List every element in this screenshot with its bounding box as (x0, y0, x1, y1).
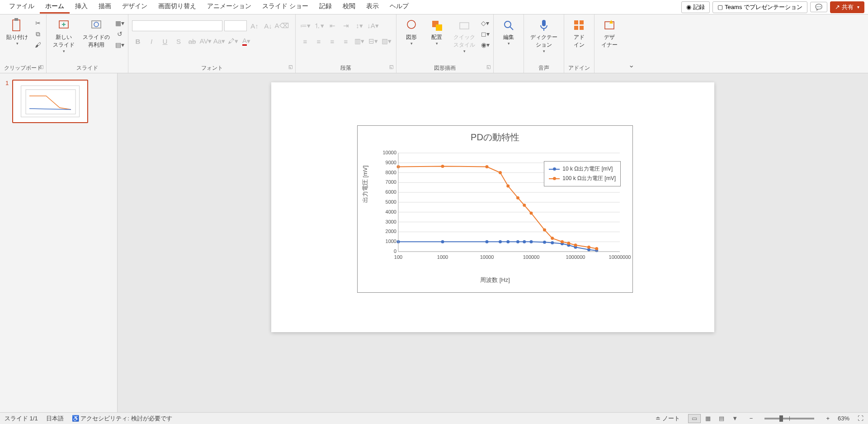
numbering-icon[interactable]: ⒈▾ (313, 20, 325, 32)
section-icon[interactable]: ▤▾ (115, 41, 124, 49)
reading-view-icon[interactable]: ▤ (715, 414, 728, 423)
drawing-dialog-icon[interactable]: ◱ (486, 64, 491, 69)
svg-line-12 (510, 27, 513, 30)
share-button[interactable]: ↗共有▾ (830, 1, 864, 13)
language-indicator[interactable]: 日本語 (46, 414, 64, 423)
format-painter-icon[interactable]: 🖌 (33, 41, 42, 49)
paragraph-dialog-icon[interactable]: ◱ (389, 64, 393, 69)
columns-icon[interactable]: ▥▾ (354, 35, 365, 47)
menu-tab-10[interactable]: 表示 (361, 0, 384, 14)
align-center-icon[interactable]: ≡ (313, 35, 325, 47)
bullets-icon[interactable]: ≔▾ (299, 20, 311, 32)
notes-button[interactable]: ≐ ノート (656, 414, 680, 423)
justify-icon[interactable]: ≡ (340, 35, 352, 47)
comments-button[interactable]: 💬 (810, 2, 827, 12)
arrange-button[interactable]: 配置▾ (425, 16, 448, 48)
svg-point-40 (543, 241, 546, 244)
menu-tab-5[interactable]: 画面切り替え (153, 0, 202, 14)
line-spacing-icon[interactable]: ↕▾ (354, 20, 365, 32)
svg-point-39 (530, 240, 533, 243)
zoom-in-button[interactable]: + (826, 415, 830, 422)
strike-button[interactable]: ab (186, 35, 198, 47)
quick-styles-button[interactable]: クイック スタイル▾ (451, 16, 478, 55)
dictate-button[interactable]: ディクテー ション▾ (528, 16, 560, 55)
highlight-button[interactable]: 🖍▾ (227, 35, 239, 47)
teams-present-button[interactable]: ▢Teams でプレゼンテーション (712, 1, 807, 13)
case-button[interactable]: Aa▾ (213, 35, 225, 47)
designer-button[interactable]: デザ イナー (598, 16, 621, 51)
new-slide-button[interactable]: 新しい スライド▾ (50, 16, 77, 55)
text-direction-icon[interactable]: ↓A▾ (367, 20, 379, 32)
shadow-button[interactable]: S (173, 35, 184, 47)
zoom-out-button[interactable]: − (750, 415, 753, 422)
shape-outline-icon[interactable]: ◻▾ (481, 30, 490, 38)
ribbon-collapse-icon[interactable]: ⌄ (624, 14, 638, 73)
indent-inc-icon[interactable]: ⇥ (340, 20, 352, 32)
slide-canvas-area[interactable]: PDの動特性 出力電圧 [mV] 10000900080007000600050… (118, 73, 868, 412)
bold-button[interactable]: B (132, 35, 144, 47)
copy-icon[interactable]: ⧉ (33, 30, 42, 38)
svg-point-48 (441, 165, 444, 168)
underline-button[interactable]: U (159, 35, 171, 47)
menu-tab-1[interactable]: ホーム (40, 0, 70, 14)
svg-point-38 (523, 240, 526, 243)
svg-point-33 (441, 240, 444, 243)
slideshow-view-icon[interactable]: ▼ (729, 414, 741, 423)
menu-tab-0[interactable]: ファイル (4, 0, 40, 14)
menu-tab-2[interactable]: 挿入 (70, 0, 93, 14)
menu-tab-11[interactable]: ヘルプ (384, 0, 414, 14)
menu-tab-8[interactable]: 記録 (314, 0, 337, 14)
italic-button[interactable]: I (146, 35, 157, 47)
decrease-font-icon[interactable]: A↓ (262, 20, 274, 32)
zoom-slider[interactable] (764, 418, 814, 419)
spacing-button[interactable]: AV▾ (200, 35, 212, 47)
svg-point-49 (486, 165, 489, 168)
sorter-view-icon[interactable]: ▦ (702, 414, 714, 423)
normal-view-icon[interactable]: ▭ (688, 414, 701, 423)
indent-dec-icon[interactable]: ⇤ (326, 20, 338, 32)
record-button[interactable]: ◉記録 (681, 1, 710, 13)
font-dialog-icon[interactable]: ◱ (288, 64, 292, 69)
shape-effects-icon[interactable]: ◉▾ (481, 41, 490, 49)
reset-icon[interactable]: ↺ (115, 30, 124, 38)
paste-button[interactable]: 貼り付け▾ (4, 16, 31, 48)
accessibility-checker[interactable]: ♿ アクセシビリティ: 検討が必要です (72, 414, 172, 423)
slide-thumbnail-1[interactable] (12, 80, 88, 123)
increase-font-icon[interactable]: A↑ (249, 20, 260, 32)
layout-icon[interactable]: ▦▾ (115, 19, 124, 27)
svg-point-54 (530, 211, 533, 214)
shape-fill-icon[interactable]: ◇▾ (481, 19, 490, 27)
addin-button[interactable]: アド イン (568, 16, 590, 51)
slide[interactable]: PDの動特性 出力電圧 [mV] 10000900080007000600050… (271, 82, 714, 332)
smartart-icon[interactable]: ▧▾ (381, 35, 392, 47)
menu-tab-7[interactable]: スライド ショー (257, 0, 314, 14)
slide-counter[interactable]: スライド 1/1 (5, 414, 38, 423)
font-size-select[interactable] (224, 20, 247, 31)
align-right-icon[interactable]: ≡ (326, 35, 338, 47)
clipboard-dialog-icon[interactable]: ◱ (39, 64, 43, 69)
shapes-button[interactable]: 図形▾ (400, 16, 423, 48)
clear-format-icon[interactable]: A⌫ (276, 20, 288, 32)
svg-rect-9 (436, 24, 442, 31)
align-left-icon[interactable]: ≡ (299, 35, 311, 47)
menu-tab-9[interactable]: 校閲 (337, 0, 361, 14)
font-color-button[interactable]: A▾ (241, 35, 252, 47)
group-drawing: 図形▾ 配置▾ クイック スタイル▾ ◇▾ ◻▾ ◉▾ 図形描画◱ (396, 14, 494, 73)
reuse-slides-button[interactable]: スライドの 再利用 (80, 16, 113, 51)
svg-point-56 (551, 237, 554, 240)
align-text-icon[interactable]: ⊟▾ (367, 35, 379, 47)
zoom-level[interactable]: 63% (838, 415, 849, 422)
chart[interactable]: PDの動特性 出力電圧 [mV] 10000900080007000600050… (357, 125, 633, 293)
group-paragraph: ≔▾ ⒈▾ ⇤ ⇥ ↕▾ ↓A▾ ≡ ≡ ≡ ≡ ▥▾ ⊟▾ ▧▾ 段落◱ (296, 14, 396, 73)
svg-point-51 (506, 185, 509, 188)
cut-icon[interactable]: ✂ (33, 19, 42, 27)
menu-tab-3[interactable]: 描画 (93, 0, 117, 14)
svg-point-57 (561, 240, 564, 243)
font-name-select[interactable] (132, 20, 222, 31)
fit-to-window-icon[interactable]: ⛶ (858, 415, 863, 422)
group-font: A↑ A↓ A⌫ B I U S ab AV▾ Aa▾ 🖍▾ A▾ フォント◱ (128, 14, 296, 73)
menu-tab-6[interactable]: アニメーション (202, 0, 257, 14)
menu-tab-4[interactable]: デザイン (117, 0, 153, 14)
thumbnail-panel: 1 (0, 73, 118, 412)
editing-button[interactable]: 編集▾ (497, 16, 520, 48)
